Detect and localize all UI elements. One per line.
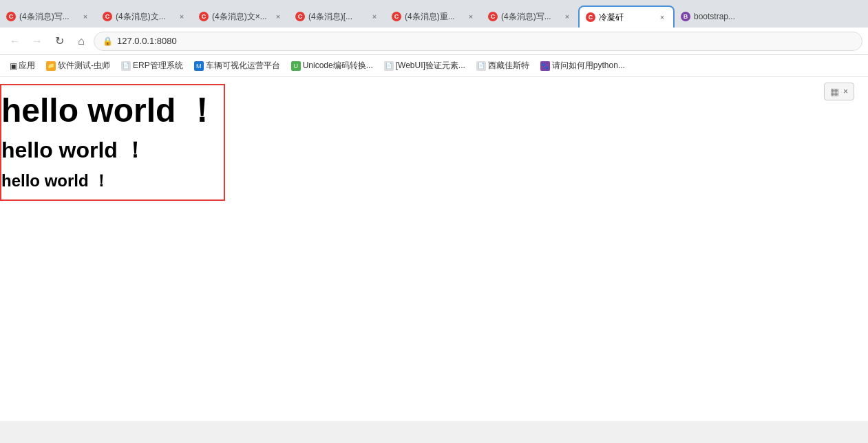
bookmark-6-label: 请问如何用python...	[552, 60, 625, 72]
bookmark-1-favicon: 📄	[121, 61, 131, 71]
tab-7-active[interactable]: C 冷凝矸 ×	[578, 6, 675, 28]
bookmark-webui[interactable]: 📄 [WebUI]验证元素...	[380, 58, 469, 73]
bookmark-3-favicon: U	[291, 61, 301, 71]
bookmark-2-favicon: M	[194, 61, 204, 71]
tab-6[interactable]: C (4条消息)写... ×	[482, 6, 578, 28]
bookmark-1-label: ERP管理系统	[133, 60, 183, 72]
apps-grid-icon: ▣	[10, 61, 17, 71]
back-button[interactable]: ←	[6, 32, 25, 51]
tab-7-label: 冷凝矸	[599, 12, 654, 23]
tab-1-favicon: C	[6, 11, 17, 22]
bookmark-5-label: 西藏佳斯特	[488, 60, 529, 72]
bookmark-vehicle[interactable]: M 车辆可视化运营平台	[190, 58, 284, 73]
bookmark-6-favicon: 🐾	[540, 61, 550, 71]
address-text: 127.0.0.1:8080	[117, 36, 177, 46]
tab-6-label: (4条消息)写...	[501, 11, 559, 23]
home-button[interactable]: ⌂	[72, 32, 91, 51]
tab-8-favicon: B	[680, 11, 691, 22]
tab-bar: C (4条消息)写... × C (4条消息)文... × C (4条消息)文×…	[0, 0, 868, 28]
bookmarks-bar: ▣ 应用 📁 软件测试-虫师 📄 ERP管理系统 M 车辆可视化运营平台 U U…	[0, 55, 868, 77]
tab-7-close[interactable]: ×	[657, 12, 668, 23]
bookmark-python[interactable]: 🐾 请问如何用python...	[536, 58, 629, 73]
tab-5-favicon: C	[391, 11, 402, 22]
tab-6-close[interactable]: ×	[562, 11, 573, 22]
hello-world-h3: hello world ！	[1, 167, 218, 194]
tooltip-close-button[interactable]: ×	[843, 87, 848, 96]
page-tooltip: ▦ ×	[824, 83, 854, 100]
tab-2-close[interactable]: ×	[176, 11, 187, 22]
tab-3-close[interactable]: ×	[273, 11, 284, 22]
reload-button[interactable]: ↻	[50, 32, 69, 51]
tab-3-favicon: C	[198, 11, 209, 22]
tab-1[interactable]: C (4条消息)写... ×	[0, 6, 96, 28]
apps-label: 应用	[19, 60, 35, 72]
hello-world-h1: hello world ！	[1, 88, 218, 133]
lock-icon: 🔒	[103, 36, 113, 46]
apps-button[interactable]: ▣ 应用	[6, 58, 39, 73]
nav-bar: ← → ↻ ⌂ 🔒 127.0.0.1:8080	[0, 28, 868, 55]
bookmark-2-label: 车辆可视化运营平台	[206, 60, 280, 72]
tab-8-bootstrap[interactable]: B bootstrap...	[675, 6, 771, 28]
hello-world-box: hello world ！ hello world ！ hello world …	[0, 84, 225, 201]
tab-1-label: (4条消息)写...	[19, 11, 77, 23]
bookmark-xizang[interactable]: 📄 西藏佳斯特	[472, 58, 533, 73]
tab-2-label: (4条消息)文...	[116, 11, 173, 23]
bookmark-unicode[interactable]: U Unicode编码转换...	[287, 58, 377, 73]
tab-3-label: (4条消息)文×...	[212, 11, 270, 23]
tab-2-favicon: C	[102, 11, 113, 22]
bookmark-software-testing[interactable]: 📁 软件测试-虫师	[42, 58, 114, 73]
tab-4-favicon: C	[295, 11, 306, 22]
tab-2[interactable]: C (4条消息)文... ×	[96, 6, 193, 28]
tab-4[interactable]: C (4条消息)[... ×	[289, 6, 385, 28]
tab-3[interactable]: C (4条消息)文×... ×	[193, 6, 289, 28]
tab-5[interactable]: C (4条消息)重... ×	[385, 6, 482, 28]
bookmark-4-label: [WebUI]验证元素...	[396, 60, 465, 72]
tab-5-label: (4条消息)重...	[405, 11, 463, 23]
bookmark-0-label: 软件测试-虫师	[58, 60, 110, 72]
bookmark-0-favicon: 📁	[46, 61, 56, 71]
tab-5-close[interactable]: ×	[465, 11, 476, 22]
bookmark-erp[interactable]: 📄 ERP管理系统	[117, 58, 187, 73]
tab-6-favicon: C	[487, 11, 498, 22]
hello-world-h2: hello world ！	[1, 133, 218, 168]
tab-8-label: bootstrap...	[694, 12, 765, 21]
address-bar[interactable]: 🔒 127.0.0.1:8080	[94, 32, 862, 51]
browser-frame: C (4条消息)写... × C (4条消息)文... × C (4条消息)文×…	[0, 0, 868, 421]
forward-button[interactable]: →	[28, 32, 47, 51]
tab-7-favicon: C	[585, 12, 596, 23]
tab-4-close[interactable]: ×	[369, 11, 380, 22]
page-content: ▦ × hello world ！ hello world ！ hello wo…	[0, 77, 868, 421]
tab-1-close[interactable]: ×	[80, 11, 91, 22]
bookmark-5-favicon: 📄	[476, 61, 486, 71]
bookmark-3-label: Unicode编码转换...	[303, 60, 373, 72]
tab-4-label: (4条消息)[...	[308, 11, 366, 23]
bookmark-4-favicon: 📄	[384, 61, 394, 71]
tooltip-grid-icon: ▦	[830, 86, 839, 97]
